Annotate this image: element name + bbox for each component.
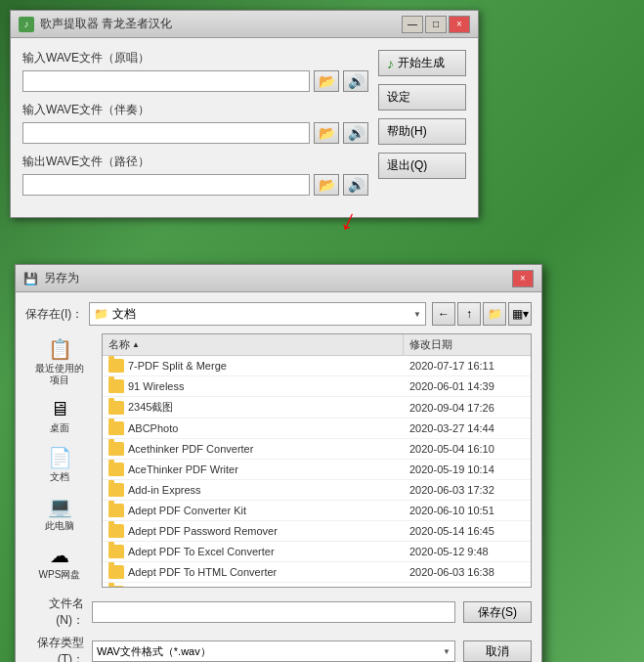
- view-button[interactable]: ▦▾: [508, 302, 532, 326]
- dialog-bottom: 文件名(N)： 保存(S) 保存类型(T)： WAV文件格式（*.wav） ▼ …: [25, 596, 532, 662]
- file-date-cell: 2020-06-03 16:38: [404, 563, 531, 581]
- up-button[interactable]: ↑: [457, 302, 481, 326]
- dialog-title-left: 💾 另存为: [23, 270, 79, 287]
- field-group-3: 输出WAVE文件（路径） 📂 🔊: [22, 154, 368, 196]
- field2-input[interactable]: [22, 122, 310, 144]
- file-date-cell: 2020-06-03 17:32: [404, 481, 531, 499]
- table-row[interactable]: Adept PDF To Excel Converter 2020-05-12 …: [103, 542, 531, 562]
- dialog-icon: 💾: [23, 272, 38, 286]
- filetype-arrow: ▼: [443, 647, 451, 656]
- nav-recent[interactable]: 📋 最近使用的项目: [30, 333, 89, 390]
- field2-label: 输入WAVE文件（伴奏）: [22, 102, 368, 118]
- main-window-title: 歌声提取器 青龙圣者汉化: [40, 16, 172, 32]
- table-row[interactable]: 2345截图 2020-09-04 17:26: [103, 397, 531, 419]
- filetype-row: 保存类型(T)： WAV文件格式（*.wav） ▼ 取消: [25, 635, 532, 662]
- nav-wps-label: WPS网盘: [39, 569, 81, 581]
- cancel-button[interactable]: 取消: [463, 640, 532, 662]
- cloud-icon: ☁: [50, 544, 69, 567]
- sidebar-nav: 📋 最近使用的项目 🖥 桌面 📄 文档 💻 此电脑 ☁ WPS网盘: [25, 333, 94, 588]
- field3-folder-btn[interactable]: 📂: [314, 174, 339, 196]
- close-button[interactable]: ×: [449, 16, 470, 33]
- nav-documents[interactable]: 📄 文档: [30, 442, 89, 487]
- filetype-label: 保存类型(T)：: [25, 635, 84, 662]
- field2-folder-btn[interactable]: 📂: [314, 122, 339, 144]
- table-row[interactable]: AceThinker PDF Writer 2020-05-19 10:14: [103, 460, 531, 480]
- title-bar-left: ♪ 歌声提取器 青龙圣者汉化: [19, 16, 172, 32]
- file-name-cell: Adept PDF To Excel Converter: [103, 542, 404, 561]
- field1-row: 📂 🔊: [22, 70, 368, 92]
- main-window: ♪ 歌声提取器 青龙圣者汉化 — □ × 输入WAVE文件（原唱） 📂 🔊 输入…: [10, 10, 479, 218]
- field1-folder-btn[interactable]: 📂: [314, 70, 339, 92]
- folder-icon: [108, 565, 124, 579]
- maximize-button[interactable]: □: [425, 16, 447, 33]
- location-label: 保存在(I)：: [25, 306, 83, 323]
- location-select-arrow: ▼: [413, 310, 421, 319]
- toolbar-buttons: ← ↑ 📁 ▦▾: [432, 302, 532, 326]
- field1-input[interactable]: [22, 70, 310, 92]
- file-date-cell: 2020-09-04 17:26: [404, 399, 531, 417]
- title-controls: — □ ×: [402, 16, 470, 33]
- col-name: 名称 ▲: [103, 334, 404, 355]
- help-button[interactable]: 帮助(H): [378, 118, 466, 145]
- table-row[interactable]: Adept PDF Password Remover 2020-05-14 16…: [103, 521, 531, 542]
- sort-arrow: ▲: [132, 340, 140, 349]
- field2-audio-btn[interactable]: 🔊: [343, 122, 368, 144]
- table-row[interactable]: Acethinker PDF Converter 2020-05-04 16:1…: [103, 439, 531, 460]
- main-content: 输入WAVE文件（原唱） 📂 🔊 输入WAVE文件（伴奏） 📂 🔊 输出WAVE…: [11, 38, 478, 217]
- col-date: 修改日期: [404, 334, 531, 355]
- filename-label: 文件名(N)：: [25, 596, 84, 629]
- file-name-cell: 2345截图: [103, 397, 404, 418]
- folder-icon: [108, 545, 124, 558]
- dialog-close-button[interactable]: ×: [512, 270, 534, 287]
- table-row[interactable]: Adept PDF To Images Converter 2020-07-01…: [103, 583, 531, 588]
- table-row[interactable]: 7-PDF Split & Merge 2020-07-17 16:11: [103, 356, 531, 376]
- file-name-cell: Add-in Express: [103, 480, 404, 500]
- recent-icon: 📋: [48, 337, 72, 361]
- file-list-header: 名称 ▲ 修改日期: [103, 334, 531, 356]
- nav-desktop[interactable]: 🖥 桌面: [30, 394, 89, 438]
- file-name-cell: ABCPhoto: [103, 419, 404, 438]
- table-row[interactable]: 91 Wireless 2020-06-01 14:39: [103, 376, 531, 397]
- exit-button[interactable]: 退出(Q): [378, 153, 466, 179]
- location-value: 文档: [112, 306, 136, 323]
- file-date-cell: 2020-05-19 10:14: [404, 461, 531, 478]
- filename-row: 文件名(N)： 保存(S): [25, 596, 532, 629]
- back-button[interactable]: ←: [432, 302, 455, 326]
- nav-wps-cloud[interactable]: ☁ WPS网盘: [30, 540, 89, 585]
- folder-icon: [108, 483, 124, 497]
- save-as-dialog: 💾 另存为 × 保存在(I)： 📁 文档 ▼ ← ↑ 📁 ▦▾: [15, 264, 542, 662]
- filename-input[interactable]: [92, 601, 455, 623]
- file-name-cell: 7-PDF Split & Merge: [103, 356, 404, 375]
- nav-desktop-label: 桌面: [50, 422, 69, 434]
- location-select[interactable]: 📁 文档 ▼: [89, 302, 426, 326]
- minimize-button[interactable]: —: [402, 16, 423, 33]
- table-row[interactable]: Add-in Express 2020-06-03 17:32: [103, 480, 531, 501]
- folder-icon: [108, 359, 124, 373]
- nav-computer[interactable]: 💻 此电脑: [30, 491, 89, 536]
- file-date-cell: 2020-05-04 16:10: [404, 440, 531, 458]
- folder-icon: [108, 379, 124, 393]
- field3-row: 📂 🔊: [22, 174, 368, 196]
- field-group-1: 输入WAVE文件（原唱） 📂 🔊: [22, 50, 368, 92]
- save-button[interactable]: 保存(S): [463, 601, 532, 623]
- file-date-cell: 2020-05-14 16:45: [404, 522, 531, 540]
- file-name-cell: Adept PDF Converter Kit: [103, 501, 404, 520]
- table-row[interactable]: Adept PDF To HTML Converter 2020-06-03 1…: [103, 562, 531, 583]
- folder-icon: [108, 586, 124, 588]
- folder-icon: [108, 421, 124, 435]
- start-button[interactable]: ♪ 开始生成: [378, 50, 466, 76]
- filetype-select[interactable]: WAV文件格式（*.wav） ▼: [92, 640, 455, 662]
- table-row[interactable]: ABCPhoto 2020-03-27 14:44: [103, 419, 531, 439]
- new-folder-button[interactable]: 📁: [483, 302, 506, 326]
- right-panel: ♪ 开始生成 设定 帮助(H) 退出(Q): [378, 50, 466, 205]
- field3-audio-btn[interactable]: 🔊: [343, 174, 368, 196]
- field3-input[interactable]: [22, 174, 310, 196]
- field2-row: 📂 🔊: [22, 122, 368, 144]
- settings-button[interactable]: 设定: [378, 84, 466, 110]
- table-row[interactable]: Adept PDF Converter Kit 2020-06-10 10:51: [103, 501, 531, 521]
- dialog-body: 保存在(I)： 📁 文档 ▼ ← ↑ 📁 ▦▾ 📋 最近使用的项目: [16, 292, 541, 662]
- folder-icon: [108, 463, 124, 476]
- field1-audio-btn[interactable]: 🔊: [343, 70, 368, 92]
- dialog-title-bar: 💾 另存为 ×: [16, 265, 541, 292]
- file-name-cell: 91 Wireless: [103, 376, 404, 396]
